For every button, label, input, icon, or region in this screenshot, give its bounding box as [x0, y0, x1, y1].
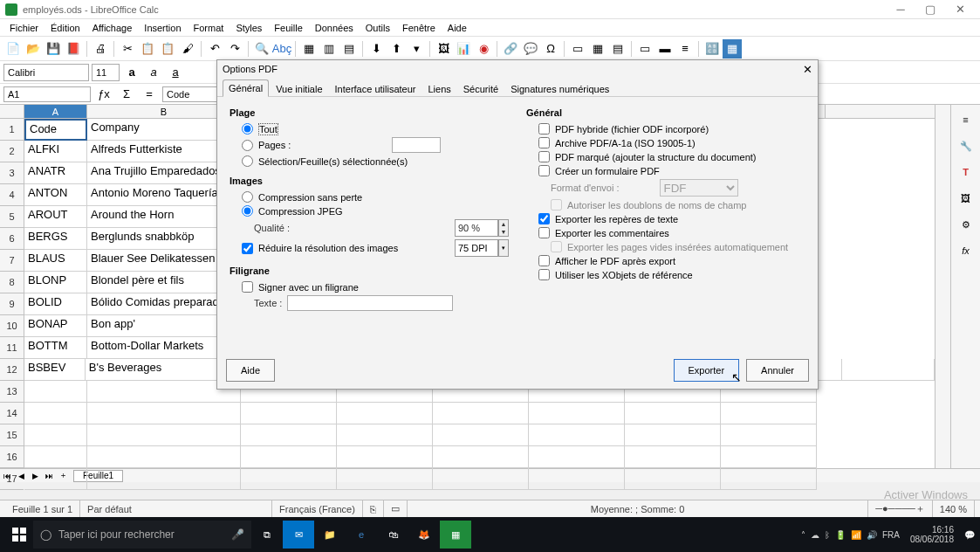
- menu-fenetre[interactable]: Fenêtre: [396, 21, 442, 35]
- cell[interactable]: BOTTM: [24, 337, 87, 359]
- cell[interactable]: [433, 403, 529, 424]
- row-header[interactable]: 12: [0, 359, 24, 381]
- chart-icon[interactable]: 📊: [454, 39, 473, 59]
- menu-insertion[interactable]: Insertion: [138, 21, 187, 35]
- row-header[interactable]: 2: [0, 141, 24, 162]
- cell[interactable]: AROUT: [24, 206, 87, 228]
- task-view-icon[interactable]: ⧉: [251, 521, 283, 549]
- export-pdf-icon[interactable]: 📕: [64, 39, 83, 59]
- cell[interactable]: [87, 446, 241, 468]
- underline-icon[interactable]: a: [166, 63, 185, 82]
- gallery-panel-icon[interactable]: T: [956, 162, 976, 182]
- row-header[interactable]: 15: [0, 424, 24, 446]
- menu-aide[interactable]: Aide: [442, 21, 473, 35]
- link-icon[interactable]: 🔗: [501, 39, 520, 59]
- cell[interactable]: [24, 403, 87, 424]
- bluetooth-icon[interactable]: ᛒ: [825, 530, 830, 540]
- image-icon[interactable]: 🖼: [434, 39, 453, 59]
- menu-edition[interactable]: Édition: [45, 21, 86, 35]
- menu-outils[interactable]: Outils: [360, 21, 396, 35]
- zoom-slider[interactable]: ─●────＋: [868, 500, 933, 517]
- menu-fichier[interactable]: Fichier: [3, 21, 45, 35]
- save-icon[interactable]: 💾: [44, 39, 63, 59]
- cell[interactable]: [721, 468, 817, 490]
- cell[interactable]: B's Beverages: [86, 359, 234, 381]
- cell[interactable]: [24, 381, 87, 403]
- cell[interactable]: [721, 403, 817, 424]
- font-name-select[interactable]: [3, 64, 89, 81]
- cell[interactable]: [241, 403, 337, 424]
- close-button[interactable]: ✕: [945, 1, 975, 18]
- lossless-radio[interactable]: [242, 191, 253, 203]
- edge-icon[interactable]: e: [346, 521, 377, 549]
- libreoffice-calc-icon[interactable]: ▦: [440, 521, 471, 549]
- copy-icon[interactable]: 📋: [138, 39, 157, 59]
- freeze-icon[interactable]: ▦: [588, 39, 607, 59]
- row-header[interactable]: 17: [0, 468, 24, 490]
- range-pages-input[interactable]: [392, 137, 441, 153]
- cell[interactable]: [241, 424, 337, 446]
- fx-icon[interactable]: fx: [956, 241, 976, 260]
- hybrid-pdf-checkbox[interactable]: [538, 123, 550, 135]
- spellcheck-icon[interactable]: Abç: [272, 39, 291, 59]
- cell[interactable]: [87, 403, 241, 424]
- properties-icon[interactable]: ≡: [956, 110, 976, 129]
- cell[interactable]: [433, 424, 529, 446]
- font-size-select[interactable]: [92, 64, 120, 81]
- taskbar-clock[interactable]: 16:16 08/06/2018: [905, 525, 959, 544]
- styles-icon[interactable]: 🔧: [956, 136, 976, 155]
- sort-desc-icon[interactable]: ⬆: [387, 39, 406, 59]
- cell[interactable]: [24, 446, 87, 468]
- undo-icon[interactable]: ↶: [205, 39, 224, 59]
- cell[interactable]: [337, 403, 433, 424]
- view-after-export-checkbox[interactable]: [538, 255, 550, 266]
- volume-icon[interactable]: 🔊: [867, 530, 877, 540]
- pivot-icon[interactable]: ◉: [474, 39, 493, 59]
- bold-icon[interactable]: a: [122, 63, 141, 82]
- tab-signatures[interactable]: Signatures numériques: [505, 81, 614, 97]
- cell[interactable]: [87, 468, 241, 490]
- cell[interactable]: [625, 403, 721, 424]
- function-wizard-icon[interactable]: ƒx: [94, 85, 113, 104]
- cell[interactable]: Code: [24, 119, 87, 141]
- menu-feuille[interactable]: Feuille: [268, 21, 308, 35]
- dialog-close-button[interactable]: ✕: [803, 63, 812, 76]
- cell[interactable]: ANTON: [24, 184, 87, 206]
- create-form-checkbox[interactable]: [538, 165, 550, 176]
- split-icon[interactable]: ▤: [608, 39, 627, 59]
- file-explorer-icon[interactable]: 📁: [314, 521, 346, 549]
- tab-links[interactable]: Liens: [422, 81, 456, 97]
- cell[interactable]: [842, 359, 935, 381]
- cell[interactable]: ALFKI: [24, 141, 87, 162]
- window-icon[interactable]: ▭: [635, 39, 654, 59]
- row-header[interactable]: 14: [0, 403, 24, 424]
- cell[interactable]: [24, 424, 87, 446]
- print-icon[interactable]: 🖨: [91, 39, 110, 59]
- menu-styles[interactable]: Styles: [230, 21, 268, 35]
- paste-icon[interactable]: 📋: [158, 39, 177, 59]
- navigator-icon[interactable]: 🖼: [956, 189, 976, 208]
- watermark-text-input[interactable]: [287, 295, 453, 311]
- cell[interactable]: [625, 424, 721, 446]
- cell[interactable]: BONAP: [24, 315, 87, 337]
- onedrive-icon[interactable]: ☁: [811, 530, 819, 540]
- cell[interactable]: [529, 424, 625, 446]
- help-button[interactable]: Aide: [226, 359, 275, 382]
- zoom-level[interactable]: 140 %: [933, 500, 975, 517]
- store-icon[interactable]: 🛍: [377, 521, 408, 549]
- quality-value[interactable]: 90 %: [455, 219, 498, 237]
- cell[interactable]: [433, 446, 529, 468]
- cell[interactable]: [721, 446, 817, 468]
- dpi-value[interactable]: 75 DPI: [455, 239, 498, 257]
- outlook-icon[interactable]: ✉: [283, 521, 314, 549]
- cell[interactable]: [87, 424, 241, 446]
- tab-initial-view[interactable]: Vue initiale: [271, 81, 327, 97]
- column-header[interactable]: A: [24, 105, 87, 118]
- row-header[interactable]: 5: [0, 206, 24, 228]
- cell[interactable]: BLONP: [24, 272, 87, 293]
- row-header[interactable]: 4: [0, 184, 24, 206]
- quality-spinner[interactable]: ▲▼: [498, 219, 509, 237]
- cell[interactable]: [529, 468, 625, 490]
- microphone-icon[interactable]: 🎤: [231, 528, 244, 541]
- range-all-radio[interactable]: [242, 123, 253, 135]
